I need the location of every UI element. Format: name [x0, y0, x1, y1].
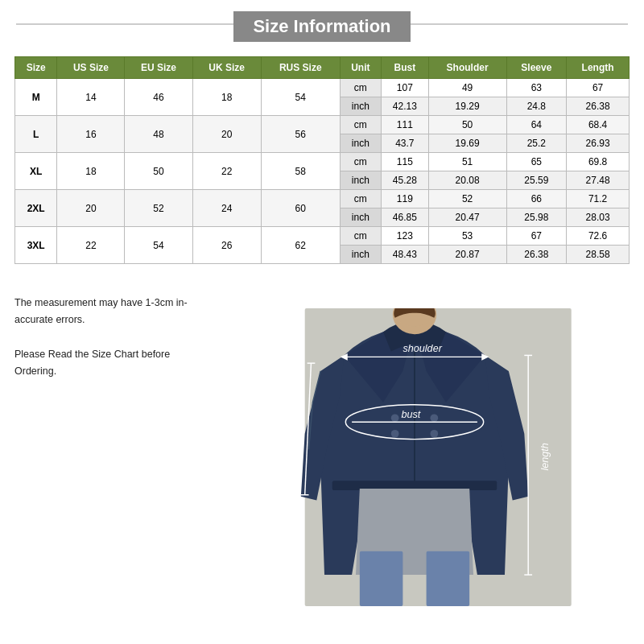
- measurement-cell: 25.59: [506, 171, 567, 190]
- table-row: 3XL22542662cm123536772.6: [15, 227, 630, 246]
- measurement-cell: 107: [381, 79, 428, 97]
- table-row: XL18502258cm115516569.8: [15, 153, 630, 171]
- measurement-cell: 20.08: [428, 171, 506, 190]
- measurement-cell: 111: [381, 116, 428, 134]
- size-cell-1: 22: [57, 227, 125, 264]
- size-cell-4: 56: [261, 116, 340, 153]
- size-cell-3: 20: [192, 116, 261, 153]
- measurement-cell: 72.6: [567, 227, 630, 246]
- header-section: Size Information: [0, 0, 644, 48]
- measurement-cell: 63: [506, 79, 567, 97]
- size-cell-2: 54: [125, 227, 192, 264]
- col-eu-size: EU Size: [125, 57, 192, 79]
- size-cell-1: 20: [57, 190, 125, 227]
- table-row: L16482056cm111506468.4: [15, 116, 630, 134]
- size-cell-2: 46: [125, 79, 192, 116]
- col-uk-size: UK Size: [192, 57, 261, 79]
- table-section: Size US Size EU Size UK Size RUS Size Un…: [0, 48, 644, 270]
- bottom-section: The measurement may have 1-3cm in-accura…: [0, 270, 644, 644]
- size-cell-0: 3XL: [15, 227, 57, 264]
- size-table: Size US Size EU Size UK Size RUS Size Un…: [14, 56, 630, 264]
- measurement-cell: 28.03: [567, 208, 630, 227]
- measurement-cell: 65: [506, 153, 567, 171]
- measurement-cell: 53: [428, 227, 506, 246]
- svg-text:sleeve: sleeve: [290, 419, 301, 449]
- measurement-cell: 48.43: [381, 246, 428, 264]
- measurement-cell: 119: [381, 190, 428, 208]
- size-cell-2: 48: [125, 116, 192, 153]
- size-cell-1: 16: [57, 116, 125, 153]
- note-line2: Please Read the Size Chart before Orderi…: [14, 346, 192, 381]
- measurement-cell: 115: [381, 153, 428, 171]
- col-shoulder: Shoulder: [428, 57, 506, 79]
- measurement-cell: 25.2: [506, 134, 567, 153]
- size-cell-1: 14: [57, 79, 125, 116]
- svg-text:bust: bust: [401, 409, 420, 420]
- measurement-cell: 20.47: [428, 208, 506, 227]
- table-row: M14461854cm107496367: [15, 79, 630, 97]
- measurement-cell: inch: [340, 134, 381, 153]
- col-us-size: US Size: [57, 57, 125, 79]
- measurement-note: The measurement may have 1-3cm in-accura…: [14, 279, 192, 636]
- size-cell-2: 50: [125, 153, 192, 190]
- measurement-cell: 19.69: [428, 134, 506, 153]
- size-cell-4: 62: [261, 227, 340, 264]
- size-cell-0: 2XL: [15, 190, 57, 227]
- svg-text:length: length: [539, 443, 551, 470]
- measurement-cell: 51: [428, 153, 506, 171]
- measurement-cell: inch: [340, 171, 381, 190]
- size-cell-0: L: [15, 116, 57, 153]
- col-bust: Bust: [381, 57, 428, 79]
- measurement-cell: 69.8: [567, 153, 630, 171]
- jacket-image-area: shoulder bust sleeve length: [200, 279, 630, 636]
- measurement-cell: 66: [506, 190, 567, 208]
- measurement-cell: 50: [428, 116, 506, 134]
- measurement-cell: cm: [340, 190, 381, 208]
- measurement-cell: 64: [506, 116, 567, 134]
- col-sleeve: Sleeve: [506, 57, 567, 79]
- measurement-cell: cm: [340, 153, 381, 171]
- measurement-cell: cm: [340, 227, 381, 246]
- svg-point-4: [391, 430, 399, 438]
- size-cell-3: 26: [192, 227, 261, 264]
- measurement-cell: 68.4: [567, 116, 630, 134]
- page-title: Size Information: [233, 11, 410, 42]
- measurement-cell: 49: [428, 79, 506, 97]
- measurement-cell: 43.7: [381, 134, 428, 153]
- svg-text:shoulder: shoulder: [402, 343, 442, 354]
- measurement-cell: 67: [567, 79, 630, 97]
- size-cell-4: 60: [261, 190, 340, 227]
- table-row: 2XL20522460cm119526671.2: [15, 190, 630, 208]
- measurement-cell: 26.38: [567, 97, 630, 116]
- size-cell-3: 22: [192, 153, 261, 190]
- size-cell-0: XL: [15, 153, 57, 190]
- measurement-cell: 42.13: [381, 97, 428, 116]
- col-size: Size: [15, 57, 57, 79]
- size-cell-1: 18: [57, 153, 125, 190]
- measurement-cell: cm: [340, 116, 381, 134]
- measurement-cell: 19.29: [428, 97, 506, 116]
- measurement-cell: 28.58: [567, 246, 630, 264]
- svg-rect-8: [360, 551, 403, 606]
- size-cell-4: 54: [261, 79, 340, 116]
- measurement-cell: 25.98: [506, 208, 567, 227]
- measurement-cell: 26.38: [506, 246, 567, 264]
- size-cell-0: M: [15, 79, 57, 116]
- measurement-cell: 71.2: [567, 190, 630, 208]
- svg-point-3: [391, 414, 399, 422]
- measurement-cell: 46.85: [381, 208, 428, 227]
- svg-point-6: [430, 430, 438, 438]
- measurement-cell: inch: [340, 208, 381, 227]
- measurement-cell: inch: [340, 246, 381, 264]
- col-unit: Unit: [340, 57, 381, 79]
- size-cell-3: 24: [192, 190, 261, 227]
- measurement-cell: 52: [428, 190, 506, 208]
- size-cell-2: 52: [125, 190, 192, 227]
- measurement-cell: inch: [340, 97, 381, 116]
- measurement-cell: 24.8: [506, 97, 567, 116]
- note-line1: The measurement may have 1-3cm in-accura…: [14, 295, 192, 329]
- measurement-cell: 20.87: [428, 246, 506, 264]
- size-cell-3: 18: [192, 79, 261, 116]
- measurement-cell: 67: [506, 227, 567, 246]
- svg-point-5: [430, 414, 438, 422]
